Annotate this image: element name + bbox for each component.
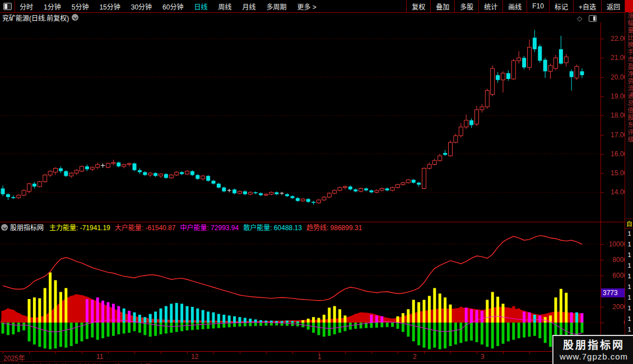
axis-tick	[398, 352, 398, 354]
axis-tick	[477, 352, 477, 354]
candlestick-chart[interactable]	[0, 22, 601, 222]
price-axis-label: 14.00	[602, 188, 627, 196]
toolbar-button-返回[interactable]: 返回	[601, 0, 625, 12]
axis-tick	[240, 352, 240, 354]
tab-分时[interactable]: 分时	[20, 2, 33, 11]
indicator-axis-label: 2000	[602, 303, 627, 311]
indicator-axis-label: 0	[602, 319, 627, 326]
sidebar-row-number: 1	[625, 282, 633, 292]
axis-tick	[601, 323, 604, 323]
toolbar-button-统计[interactable]: 统计	[478, 0, 502, 12]
axis-tick	[601, 173, 604, 174]
toolbar-button-叠加[interactable]: 叠加	[430, 0, 454, 12]
tab-月线[interactable]: 月线	[243, 2, 256, 11]
chart-title-bar: 兖矿能源(日线.前复权)	[0, 13, 625, 22]
tab-30分钟[interactable]: 30分钟	[131, 2, 152, 11]
diamond-icon[interactable]: ◇	[577, 15, 582, 22]
tab-1分钟[interactable]: 1分钟	[44, 2, 61, 11]
axis-tick	[82, 352, 82, 354]
axis-tick	[371, 352, 372, 354]
axis-tick	[161, 352, 161, 354]
axis-tick	[601, 58, 604, 58]
price-axis-label: 16.00	[602, 150, 627, 158]
axis-tick	[601, 115, 604, 116]
axis-tick	[108, 352, 109, 354]
split-panel-icon[interactable]	[589, 15, 597, 22]
indicator-axis-label: 6000	[602, 272, 627, 279]
axis-tick	[503, 352, 504, 354]
axis-tick	[601, 244, 604, 245]
axis-tick	[134, 352, 135, 354]
sidebar-header-block	[625, 0, 633, 12]
sidebar-row-number: 1	[625, 314, 633, 324]
sidebar-row-number: 1	[625, 303, 633, 314]
axis-tick	[601, 39, 604, 39]
tab-5分钟[interactable]: 5分钟	[72, 2, 89, 11]
toolbar-button-复权[interactable]: 复权	[406, 0, 430, 12]
indicator-values: 主力能量: -71941.19大户能量: -61540.87中户能量: 7299…	[49, 222, 366, 232]
indicator-field: 主力能量: -71941.19	[49, 224, 110, 232]
trading-app-window: 分时1分钟5分钟15分钟30分钟60分钟日线周线月线多周期更多 > 复权叠加多股…	[0, 0, 633, 364]
time-axis-label: 12	[191, 353, 198, 361]
time-axis-label: 1	[318, 353, 322, 361]
tab-周线[interactable]: 周线	[218, 2, 231, 11]
indicator-axis-label: 8000	[602, 256, 627, 264]
axis-tick	[266, 352, 267, 354]
indicator-field: 大户能量: -61540.87	[115, 224, 176, 232]
sidebar-watchlist-marker: 自	[625, 219, 633, 228]
sidebar-row-number: 1	[625, 260, 633, 271]
price-axis-label: 18.00	[602, 111, 627, 119]
axis-tick	[424, 352, 425, 354]
sidebar-row-numbers: 11111111111	[625, 228, 633, 346]
tab-60分钟[interactable]: 60分钟	[162, 2, 183, 11]
watermark-site-name: 股朋指标网	[563, 339, 625, 352]
chart-corner-icons: ◇	[577, 15, 597, 22]
toolbar-button-+自选[interactable]: +自选	[573, 0, 601, 12]
axis-tick	[601, 276, 604, 276]
sidebar-row-number: 1	[625, 324, 633, 335]
tab-多周期[interactable]: 多周期	[267, 2, 287, 11]
tab-15分钟[interactable]: 15分钟	[99, 2, 120, 11]
axis-tick	[601, 154, 604, 155]
axis-tick	[213, 352, 214, 354]
price-axis-label: 20.00	[602, 73, 627, 81]
time-axis-label: 3	[481, 353, 485, 361]
axis-tick	[601, 260, 604, 260]
indicator-source: 股朋指标网	[10, 222, 44, 232]
tab-更多 >[interactable]: 更多 >	[297, 2, 316, 11]
toolbar-button-多股[interactable]: 多股	[454, 0, 478, 12]
indicator-chart[interactable]	[0, 232, 601, 351]
bottom-cutoff-strip: 分时 多日 主力 资金 筹码 大单 指标 画线 工具 全景	[0, 361, 625, 364]
axis-tick	[601, 135, 604, 136]
price-axis-label: 21.00	[602, 54, 627, 62]
right-sidebar-strip[interactable]: 涨幅量比换手市盈净资流通总值股东评级 自 11111111111	[625, 0, 633, 364]
price-axis-label: 22.00	[602, 35, 627, 43]
price-axis-label: 19.00	[602, 92, 627, 100]
toolbar-button-F10[interactable]: F10	[527, 0, 549, 12]
axis-tick	[601, 307, 604, 307]
indicator-axis-label: 10000	[602, 240, 627, 248]
period-tabs: 分时1分钟5分钟15分钟30分钟60分钟日线周线月线多周期更多 >	[20, 2, 316, 11]
toolbar-button-画线[interactable]: 画线	[502, 0, 527, 12]
axis-tick	[187, 352, 188, 354]
watermark: 股朋指标网 www.7gpzb.com	[552, 335, 633, 364]
period-toolbar: 分时1分钟5分钟15分钟30分钟60分钟日线周线月线多周期更多 > 复权叠加多股…	[0, 0, 633, 13]
price-axis-label: 15.00	[602, 169, 627, 177]
axis-tick	[601, 96, 604, 97]
axis-tick	[529, 352, 530, 354]
sidebar-row-number: 1	[625, 271, 633, 282]
axis-tick	[601, 192, 604, 193]
price-axis-label: 17.00	[602, 131, 627, 139]
tab-日线[interactable]: 日线	[194, 2, 207, 11]
indicator-header: 股朋指标网 主力能量: -71941.19大户能量: -61540.87中户能量…	[0, 223, 601, 231]
chevron-down-icon[interactable]	[72, 14, 78, 21]
chevron-down-icon[interactable]	[1, 224, 8, 231]
axis-tick	[601, 77, 604, 78]
layout-toggle-button[interactable]	[0, 1, 15, 12]
indicator-field: 趋势线: 986899.31	[306, 224, 362, 232]
toolbar-button-标记[interactable]: 标记	[549, 0, 573, 12]
toolbar-actions: 复权叠加多股统计画线F10标记+自选返回	[406, 0, 633, 12]
sidebar-row-number: 1	[625, 292, 633, 303]
stock-title: 兖矿能源(日线.前复权)	[2, 13, 69, 22]
indicator-field: 散户能量: 60488.13	[243, 224, 302, 232]
